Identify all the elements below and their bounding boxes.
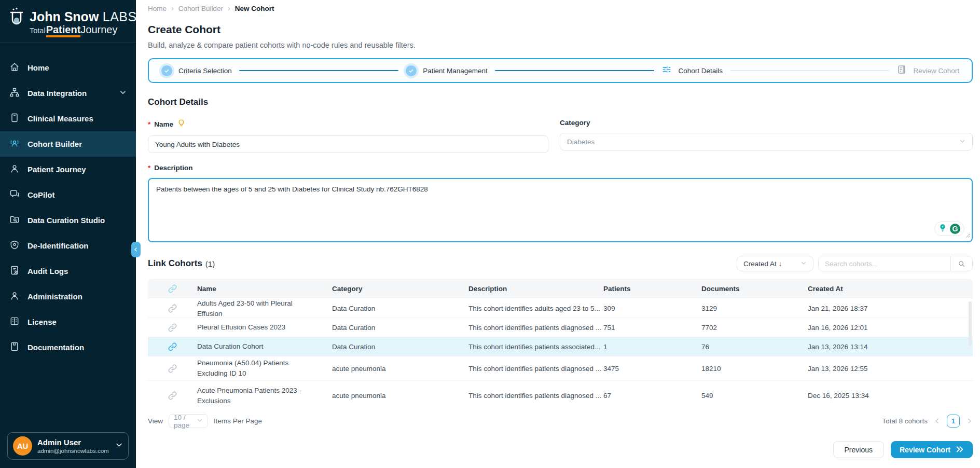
breadcrumb-cohort-builder[interactable]: Cohort Builder [178, 5, 223, 12]
description-textarea[interactable]: Patients between the ages of 5 and 25 wi… [148, 178, 973, 242]
chevron-down-icon [115, 441, 123, 451]
sort-select[interactable]: Created At ↓ [737, 256, 813, 271]
table-scrollbar[interactable] [969, 301, 972, 346]
double-chevron-right-icon [956, 446, 964, 454]
sidebar-collapse-button[interactable] [131, 242, 141, 257]
column-header-created-at[interactable]: Created At [808, 285, 973, 293]
sidebar-item-data-integration[interactable]: Data Integration [0, 80, 136, 106]
sidebar-item-de-identification[interactable]: De-Identification [0, 233, 136, 258]
lightbulb-icon[interactable] [177, 119, 186, 129]
cohort-name: Pneumonia (A50.04) Patients Excluding ID… [197, 358, 332, 378]
table-row-linked[interactable]: Data Curation Cohort Data Curation This … [148, 337, 973, 356]
column-header-name[interactable]: Name [197, 285, 332, 293]
link-icon[interactable] [148, 323, 197, 332]
john-snow-labs-flask-icon [7, 7, 26, 36]
chevron-down-icon [959, 138, 965, 146]
sidebar-item-documentation[interactable]: Documentation [0, 335, 136, 360]
main-content: Home › Cohort Builder › New Cohort Creat… [136, 0, 980, 468]
sidebar-item-label: Data Integration [27, 89, 87, 98]
sidebar-item-license[interactable]: License [0, 309, 136, 335]
cohort-documents: 76 [701, 343, 808, 351]
column-header-patients[interactable]: Patients [603, 285, 701, 293]
sidebar-item-label: Home [27, 63, 49, 72]
category-select[interactable]: Diabetes [560, 133, 973, 150]
cohort-category: Data Curation [332, 305, 468, 312]
review-cohort-label: Review Cohort [900, 446, 950, 454]
grammarly-widget[interactable]: G [934, 222, 964, 236]
step-label: Patient Management [423, 67, 488, 75]
cohort-created-at: Jan 13, 2026 13:14 [808, 343, 973, 351]
sidebar-item-administration[interactable]: Administration [0, 284, 136, 309]
cohort-documents: 18210 [701, 365, 808, 373]
sidebar-item-audit-logs[interactable]: Audit Logs [0, 258, 136, 284]
cohort-documents: 3129 [701, 305, 808, 312]
stepper: Criteria Selection Patient Management Co… [148, 58, 973, 83]
link-cohorts-title: Link Cohorts [148, 258, 202, 269]
sort-value: Created At ↓ [743, 260, 782, 268]
pagination-next-icon[interactable] [966, 418, 973, 424]
table-row[interactable]: Acute Pneumonia Patients 2023 - Exclusio… [148, 381, 973, 407]
pagination-page-1[interactable]: 1 [947, 415, 960, 428]
cohort-description: This cohort identifies patients diagnose… [468, 324, 603, 332]
page-size-select[interactable]: 10 / page [169, 414, 208, 428]
user-email: admin@johnsnowlabs.com [37, 448, 109, 454]
page-title: Create Cohort [148, 23, 973, 36]
user-name: Admin User [37, 438, 109, 448]
brand-name: John Snow LABS [30, 10, 137, 23]
avatar: AU [13, 436, 32, 456]
user-menu[interactable]: AU Admin User admin@johnsnowlabs.com [7, 432, 129, 460]
sidebar-item-cohort-builder[interactable]: Cohort Builder [0, 131, 136, 157]
cohort-patients: 1 [603, 343, 701, 351]
breadcrumb: Home › Cohort Builder › New Cohort [148, 4, 973, 12]
search-button[interactable] [950, 256, 972, 271]
sidebar-item-copilot[interactable]: CoPilot [0, 182, 136, 208]
chat-icon [9, 189, 20, 201]
breadcrumb-home[interactable]: Home [148, 5, 167, 12]
step-connector [495, 70, 655, 71]
link-icon[interactable] [148, 304, 197, 313]
check-circle-icon [406, 65, 417, 76]
step-review-cohort[interactable]: Review Cohort [896, 64, 959, 77]
column-header-documents[interactable]: Documents [701, 285, 808, 293]
name-field-label: * Name [148, 119, 548, 129]
cohort-documents: 549 [701, 392, 808, 400]
previous-button[interactable]: Previous [833, 441, 884, 458]
sidebar-item-label: License [27, 318, 57, 326]
link-icon[interactable] [148, 364, 197, 373]
pagination-prev-icon[interactable] [934, 418, 941, 424]
cohort-category: Data Curation [332, 343, 468, 351]
sidebar-item-patient-journey[interactable]: Patient Journey [0, 157, 136, 182]
chevron-left-icon [133, 245, 139, 254]
sidebar-item-label: CoPilot [27, 190, 55, 199]
breadcrumb-separator-icon: › [228, 4, 230, 12]
search-input[interactable] [819, 256, 950, 271]
cohort-category: acute pneumonia [332, 365, 468, 373]
step-connector [239, 70, 399, 71]
total-cohorts-label: Total 8 cohorts [882, 417, 928, 425]
brand-logo: John Snow LABS TotalPatientJourney [0, 0, 136, 43]
step-patient-management[interactable]: Patient Management [406, 65, 488, 76]
column-header-description[interactable]: Description [468, 285, 603, 293]
resize-handle-icon[interactable] [965, 231, 971, 240]
table-row[interactable]: Pleural Effusion Cases 2023 Data Curatio… [148, 318, 973, 337]
link-icon[interactable] [148, 342, 197, 351]
step-criteria-selection[interactable]: Criteria Selection [161, 65, 232, 76]
column-header-category[interactable]: Category [332, 285, 468, 293]
table-row[interactable]: Adults Aged 23-50 with Pleural Effusion … [148, 298, 973, 318]
cohort-created-at: Dec 16, 2025 13:34 [808, 392, 973, 400]
person-icon [9, 163, 20, 175]
cohort-description: This cohort identifies adults aged 23 to… [468, 305, 603, 312]
review-cohort-button[interactable]: Review Cohort [891, 441, 973, 458]
table-row[interactable]: Pneumonia (A50.04) Patients Excluding ID… [148, 356, 973, 381]
step-cohort-details[interactable]: Cohort Details [661, 64, 723, 77]
sidebar-item-home[interactable]: Home [0, 55, 136, 80]
breadcrumb-separator-icon: › [171, 4, 174, 12]
view-label: View [148, 417, 163, 425]
link-icon[interactable] [148, 391, 197, 400]
sidebar-item-clinical-measures[interactable]: Clinical Measures [0, 106, 136, 131]
sidebar-item-label: Cohort Builder [27, 140, 82, 148]
cohort-category: Data Curation [332, 324, 468, 332]
cohort-description: This cohort identifies patients diagnose… [468, 365, 603, 373]
cohort-name-input[interactable] [148, 135, 548, 153]
sidebar-item-data-curation-studio[interactable]: Data Curation Studio [0, 208, 136, 233]
